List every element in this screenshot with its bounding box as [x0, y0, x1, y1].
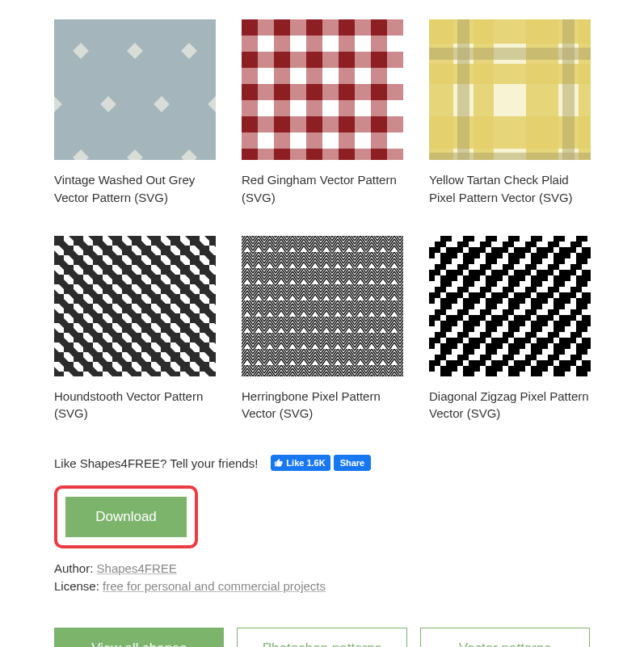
pattern-thumbnail[interactable]	[54, 236, 216, 376]
pattern-thumbnail[interactable]	[54, 19, 216, 160]
metadata: Author: Shapes4FREE License: free for pe…	[54, 560, 590, 595]
svg-rect-24	[457, 19, 469, 160]
license-link[interactable]: free for personal and commercial project…	[103, 579, 326, 593]
pattern-title[interactable]: Vintage Washed Out Grey Vector Pattern (…	[54, 171, 216, 207]
pattern-title[interactable]: Houndstooth Vector Pattern (SVG)	[54, 388, 216, 423]
author-link[interactable]: Shapes4FREE	[97, 561, 177, 575]
svg-rect-44	[242, 236, 403, 376]
svg-rect-29	[54, 236, 216, 376]
facebook-like-label: Like	[286, 458, 304, 468]
pattern-card: Diagonal Zigzag Pixel Pattern Vector (SV…	[429, 236, 591, 423]
pattern-thumbnail[interactable]	[429, 19, 591, 160]
pattern-card: Red Gingham Vector Pattern (SVG)	[242, 19, 403, 207]
facebook-widget: Like 1.6K Share	[271, 455, 371, 471]
pattern-title[interactable]: Red Gingham Vector Pattern (SVG)	[242, 171, 403, 207]
cta-row: View all shapes Photoshop patterns Vecto…	[54, 628, 590, 648]
facebook-like-button[interactable]: Like 1.6K	[271, 455, 330, 471]
svg-rect-25	[562, 19, 575, 160]
download-button[interactable]: Download	[65, 497, 187, 537]
svg-rect-46	[429, 236, 591, 376]
pattern-thumbnail[interactable]	[429, 236, 591, 376]
pattern-card: Yellow Tartan Check Plaid Pixel Pattern …	[429, 19, 591, 207]
svg-rect-26	[429, 48, 591, 60]
svg-rect-15	[242, 19, 403, 160]
pattern-card: Vintage Washed Out Grey Vector Pattern (…	[54, 19, 216, 207]
facebook-share-label: Share	[340, 458, 365, 468]
pattern-card: Houndstooth Vector Pattern (SVG)	[54, 236, 216, 423]
pattern-title[interactable]: Diagonal Zigzag Pixel Pattern Vector (SV…	[429, 388, 591, 423]
thumbs-up-icon	[274, 458, 284, 468]
vector-patterns-button[interactable]: Vector patterns	[420, 628, 590, 648]
pattern-title[interactable]: Herringbone Pixel Pattern Vector (SVG)	[242, 388, 403, 423]
pattern-card: Herringbone Pixel Pattern Vector (SVG)	[242, 236, 403, 423]
facebook-like-count: 1.6K	[306, 458, 325, 468]
pattern-title[interactable]: Yellow Tartan Check Plaid Pixel Pattern …	[429, 171, 591, 207]
pattern-thumbnail[interactable]	[242, 19, 403, 160]
facebook-share-button[interactable]: Share	[334, 455, 372, 471]
photoshop-patterns-button[interactable]: Photoshop patterns	[237, 628, 406, 648]
svg-rect-0	[54, 19, 216, 160]
share-row: Like Shapes4FREE? Tell your friends! Lik…	[54, 455, 590, 471]
svg-rect-27	[429, 153, 591, 160]
pattern-thumbnail[interactable]	[242, 236, 403, 376]
license-label: License:	[54, 579, 103, 593]
author-label: Author:	[54, 561, 97, 575]
pattern-grid: Vintage Washed Out Grey Vector Pattern (…	[54, 19, 590, 422]
download-highlight: Download	[54, 485, 198, 548]
view-all-shapes-button[interactable]: View all shapes	[54, 628, 224, 648]
share-prompt: Like Shapes4FREE? Tell your friends!	[54, 456, 258, 470]
